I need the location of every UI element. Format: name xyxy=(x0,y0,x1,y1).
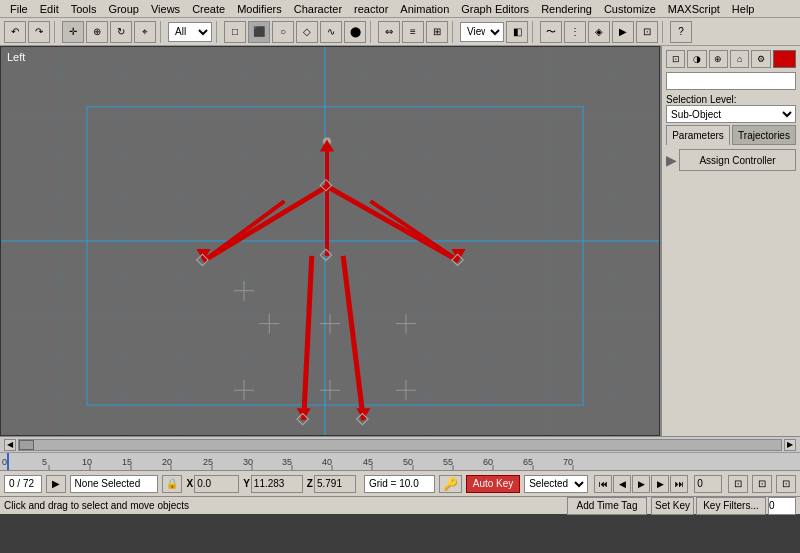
separator-5 xyxy=(452,21,456,43)
select-object-button[interactable]: □ xyxy=(224,21,246,43)
go-end-button[interactable]: ⏭ xyxy=(670,475,688,493)
mini-btn-2[interactable]: ⊡ xyxy=(752,475,772,493)
key-icon[interactable]: 🔑 xyxy=(439,475,462,493)
rotate-button[interactable]: ↻ xyxy=(110,21,132,43)
color-swatch[interactable] xyxy=(773,50,796,68)
selection-level-dropdown[interactable]: Sub-Object xyxy=(666,105,796,123)
xyz-group: X 0.0 Y 11.283 Z 5.791 xyxy=(186,475,355,493)
scale-button[interactable]: ⌖ xyxy=(134,21,156,43)
mini-btn-3[interactable]: ⊡ xyxy=(776,475,796,493)
object-name-field: None Selected xyxy=(70,475,159,493)
view-btn2[interactable]: ◧ xyxy=(506,21,528,43)
prev-frame-button[interactable]: ◀ xyxy=(613,475,631,493)
separator-6 xyxy=(532,21,536,43)
menu-maxscript[interactable]: MAXScript xyxy=(662,3,726,15)
frame-advance-btn[interactable]: ▶ xyxy=(46,475,66,493)
y-field[interactable]: 11.283 xyxy=(251,475,303,493)
panel-btn-3[interactable]: ⊕ xyxy=(709,50,728,68)
assign-controller-button[interactable]: Assign Controller xyxy=(679,149,796,171)
svg-rect-21 xyxy=(87,107,583,405)
menu-reactor[interactable]: reactor xyxy=(348,3,394,15)
view-dropdown[interactable]: View xyxy=(460,22,504,42)
redo-button[interactable]: ↷ xyxy=(28,21,50,43)
menu-rendering[interactable]: Rendering xyxy=(535,3,598,15)
curve-editor-button[interactable]: 〜 xyxy=(540,21,562,43)
x-field[interactable]: 0.0 xyxy=(194,475,239,493)
menu-character[interactable]: Character xyxy=(288,3,348,15)
select-circle-button[interactable]: ○ xyxy=(272,21,294,43)
tab-trajectories[interactable]: Trajectories xyxy=(732,125,796,145)
menu-group[interactable]: Group xyxy=(102,3,145,15)
timeline-track[interactable] xyxy=(18,439,782,451)
select-button[interactable]: ✛ xyxy=(62,21,84,43)
viewport[interactable]: Left xyxy=(0,46,660,436)
play-button[interactable]: ▶ xyxy=(632,475,650,493)
separator-1 xyxy=(54,21,58,43)
svg-text:65: 65 xyxy=(523,457,533,467)
svg-text:5: 5 xyxy=(42,457,47,467)
panel-btn-2[interactable]: ◑ xyxy=(687,50,706,68)
separator-2 xyxy=(160,21,164,43)
next-frame-button[interactable]: ▶ xyxy=(651,475,669,493)
name-field[interactable] xyxy=(666,72,796,90)
selection-level-label: Selection Level: xyxy=(666,94,796,105)
move-button[interactable]: ⊕ xyxy=(86,21,108,43)
timeline-left-arrow[interactable]: ◀ xyxy=(4,439,16,451)
panel-icon-row: ⊡ ◑ ⊕ ⌂ ⚙ xyxy=(666,50,796,68)
menu-animation[interactable]: Animation xyxy=(394,3,455,15)
menu-graph-editors[interactable]: Graph Editors xyxy=(455,3,535,15)
frame-spinner[interactable] xyxy=(768,497,796,515)
menu-views[interactable]: Views xyxy=(145,3,186,15)
help-button[interactable]: ? xyxy=(670,21,692,43)
timeline-thumb[interactable] xyxy=(19,440,34,450)
layer-button[interactable]: ⊞ xyxy=(426,21,448,43)
select-region-button[interactable]: ⬛ xyxy=(248,21,270,43)
lock-button[interactable]: 🔒 xyxy=(162,475,182,493)
y-label: Y xyxy=(243,478,250,489)
select-fence-button[interactable]: ◇ xyxy=(296,21,318,43)
svg-text:0: 0 xyxy=(2,457,7,467)
viewport-svg: X Y xyxy=(1,47,659,435)
timeline-right-arrow[interactable]: ▶ xyxy=(784,439,796,451)
menu-help[interactable]: Help xyxy=(726,3,761,15)
mirror-button[interactable]: ⇔ xyxy=(378,21,400,43)
go-start-button[interactable]: ⏮ xyxy=(594,475,612,493)
menu-tools[interactable]: Tools xyxy=(65,3,103,15)
menu-create[interactable]: Create xyxy=(186,3,231,15)
main-area: Left xyxy=(0,46,800,436)
z-field[interactable]: 5.791 xyxy=(314,475,356,493)
align-button[interactable]: ≡ xyxy=(402,21,424,43)
undo-button[interactable]: ↶ xyxy=(4,21,26,43)
tab-parameters[interactable]: Parameters xyxy=(666,125,730,145)
status-message: Click and drag to select and move object… xyxy=(4,500,563,511)
autokey-button[interactable]: Auto Key xyxy=(466,475,520,493)
arrow-icon: ▶ xyxy=(666,152,677,168)
render-button[interactable]: ▶ xyxy=(612,21,634,43)
menu-modifiers[interactable]: Modifiers xyxy=(231,3,288,15)
set-key-button[interactable]: Set Key xyxy=(651,497,694,515)
x-label: X xyxy=(186,478,193,489)
add-time-tag-button[interactable]: Add Time Tag xyxy=(567,497,647,515)
selected-dropdown[interactable]: Selected xyxy=(524,475,588,493)
mini-btn-1[interactable]: ⊡ xyxy=(728,475,748,493)
frame-sep: / xyxy=(15,478,23,489)
grid-info: Grid = 10.0 xyxy=(364,475,435,493)
lasso-button[interactable]: ∿ xyxy=(320,21,342,43)
frame-counter: 0 / 72 xyxy=(4,475,42,493)
filter-dropdown[interactable]: All xyxy=(168,22,212,42)
key-filters-button[interactable]: Key Filters... xyxy=(696,497,766,515)
render-setup-button[interactable]: ⊡ xyxy=(636,21,658,43)
panel-btn-5[interactable]: ⚙ xyxy=(751,50,770,68)
right-panel: ⊡ ◑ ⊕ ⌂ ⚙ Selection Level: Sub-Object Pa… xyxy=(660,46,800,436)
frame-input[interactable]: 0 xyxy=(694,475,722,493)
schematic-button[interactable]: ⋮ xyxy=(564,21,586,43)
menu-file[interactable]: File xyxy=(4,3,34,15)
autokey-label: Auto Key xyxy=(473,478,514,489)
panel-btn-4[interactable]: ⌂ xyxy=(730,50,749,68)
material-button[interactable]: ◈ xyxy=(588,21,610,43)
paint-button[interactable]: ⬤ xyxy=(344,21,366,43)
menu-edit[interactable]: Edit xyxy=(34,3,65,15)
svg-marker-34 xyxy=(320,140,334,152)
menu-customize[interactable]: Customize xyxy=(598,3,662,15)
panel-btn-1[interactable]: ⊡ xyxy=(666,50,685,68)
